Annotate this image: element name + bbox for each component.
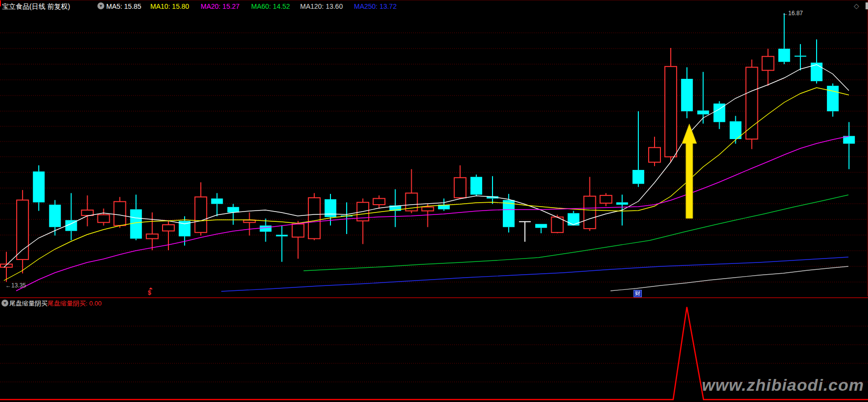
ma5-legend: MA5: 15.85 (106, 2, 141, 10)
candle-down (778, 49, 790, 62)
candle-up (244, 220, 256, 223)
indicator-value: 尾盘缩量阴买: 0.00 (47, 299, 102, 308)
candle-up (98, 215, 110, 223)
indicator-name[interactable]: 尾盘缩量阴买 (9, 299, 47, 308)
candle-up (146, 234, 158, 238)
candle-up (292, 224, 304, 237)
candle-down (568, 213, 580, 225)
candle-up (373, 198, 385, 205)
candle-down (616, 202, 628, 205)
candle-down (470, 177, 482, 194)
candle-down (49, 205, 61, 227)
ma10-legend: MA10: 15.80 (150, 2, 189, 10)
buy-arrow (682, 124, 697, 218)
ma250-legend: MA250: 13.72 (354, 2, 397, 10)
candle-up (422, 207, 434, 211)
candle-up (746, 67, 758, 139)
ma60-legend: MA60: 14.52 (251, 2, 290, 10)
candle-up (600, 195, 612, 203)
ma120-legend: MA120: 13.60 (300, 2, 343, 10)
top-left-tick (0, 0, 1, 6)
candle-up (114, 202, 126, 226)
candle-down (276, 235, 288, 236)
cai-badge[interactable]: 财 (633, 290, 642, 297)
indicator-chevron-icon[interactable]: ▾ (1, 300, 8, 307)
candle-down (130, 209, 142, 238)
candlestick-chart[interactable] (0, 0, 868, 402)
dollar-marker: $ (148, 290, 151, 296)
candle-up (308, 198, 320, 239)
ma20-legend: MA20: 15.27 (201, 2, 239, 10)
diamond-icon[interactable]: ◇ (854, 2, 859, 10)
candle-up (17, 200, 28, 260)
candle-up (665, 67, 677, 157)
corner-button[interactable] (866, 2, 868, 9)
candle-down (827, 86, 839, 111)
ma-line-MA120 (221, 257, 848, 291)
ma-line-MA250 (610, 266, 848, 291)
stock-trading-app: 宝立食品(日线 前复权) ▾ MA5: 15.85 MA10: 15.80 MA… (0, 0, 868, 402)
candle-down (697, 111, 709, 115)
candle-down (681, 79, 693, 111)
candle-down (503, 200, 515, 227)
candle-up (762, 56, 774, 70)
candle-up (584, 196, 596, 229)
candle-up (82, 210, 94, 215)
candle-up (454, 178, 466, 198)
chevron-down-icon[interactable]: ▾ (97, 2, 104, 9)
candle-up (195, 197, 207, 233)
candle-down (211, 198, 223, 204)
candle-down (535, 224, 547, 228)
candle-down (795, 56, 806, 57)
low-price-label: ←13.35 (5, 282, 26, 289)
watermark: www.zhibiaodi.com (702, 376, 864, 395)
candle-up (649, 147, 660, 162)
high-price-label: ←16.87 (782, 10, 803, 17)
candle-down (33, 171, 45, 202)
candle-down (260, 226, 272, 232)
candle-down (227, 207, 239, 213)
symbol-title: 宝立食品(日线 前复权) (2, 2, 70, 11)
candle-down (633, 170, 644, 184)
ma-line-MA60 (304, 195, 848, 271)
candle-up (163, 225, 174, 231)
